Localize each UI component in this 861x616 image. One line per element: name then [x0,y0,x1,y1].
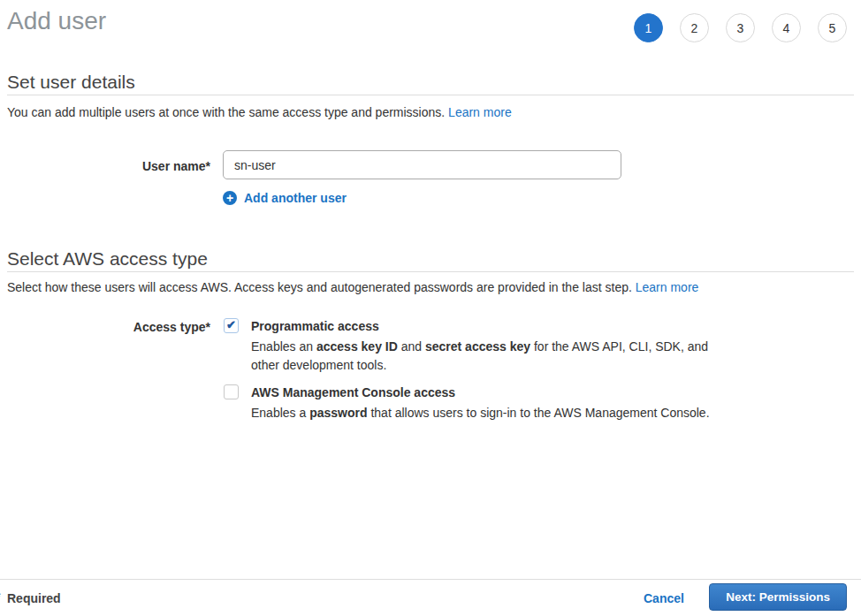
page-title: Add user [7,7,106,35]
programmatic-access-checkbox[interactable]: ✔ [224,318,239,333]
section-title-user-details: Set user details [7,72,135,93]
section-divider [7,95,854,95]
access-type-description-text: Select how these users will access AWS. … [7,280,632,294]
programmatic-access-title[interactable]: Programmatic access [251,319,379,333]
footer-bar: * Required Cancel Next: Permissions [0,579,861,616]
access-type-description: Select how these users will access AWS. … [7,280,698,294]
checkmark-icon: ✔ [226,319,236,331]
console-access-title[interactable]: AWS Management Console access [251,385,455,399]
desc-text: that allows users to sign-in to the AWS … [368,406,710,420]
add-another-user-button[interactable]: + Add another user [223,191,347,205]
cancel-button[interactable]: Cancel [644,591,684,605]
desc-text-bold: password [309,406,367,420]
desc-text: Enables an [251,339,316,354]
step-4: 4 [772,13,801,42]
user-details-description: You can add multiple users at once with … [7,105,512,119]
add-user-page: Add user 1 2 3 4 5 Set user details You … [0,0,861,616]
desc-text-bold: secret access key [425,339,530,354]
section-title-access-type: Select AWS access type [7,248,208,270]
learn-more-link-user-details[interactable]: Learn more [448,105,512,119]
access-type-label: Access type* [0,320,210,334]
next-permissions-button[interactable]: Next: Permissions [709,583,847,611]
required-note: Required [7,591,61,605]
user-name-input[interactable] [223,150,621,179]
programmatic-access-description: Enables an access key ID and secret acce… [251,338,720,375]
step-indicator: 1 2 3 4 5 [634,13,847,42]
desc-text: and [398,339,425,354]
console-access-description: Enables a password that allows users to … [251,404,720,422]
step-5: 5 [818,13,847,42]
desc-text: Enables a [251,406,309,420]
desc-text-bold: access key ID [316,339,398,354]
step-1: 1 [634,13,663,42]
console-access-checkbox[interactable] [224,384,239,399]
user-name-label: User name* [0,159,210,173]
learn-more-link-access-type[interactable]: Learn more [636,280,699,294]
step-2: 2 [680,13,709,42]
section-divider [7,271,854,272]
plus-circle-icon: + [223,191,237,205]
add-another-user-label: Add another user [244,191,347,205]
step-3: 3 [726,13,755,42]
user-details-description-text: You can add multiple users at once with … [7,105,445,119]
